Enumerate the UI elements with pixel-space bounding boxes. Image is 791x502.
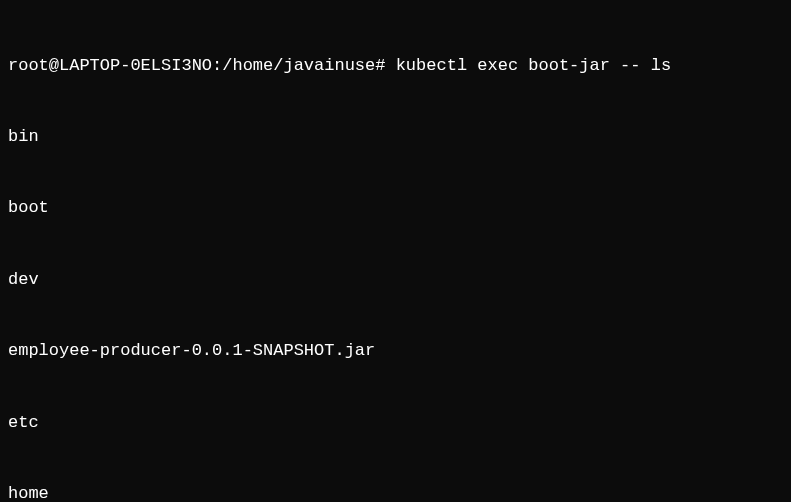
output-line: etc [8,411,783,435]
command-line: root@LAPTOP-0ELSI3NO:/home/javainuse# ku… [8,54,783,78]
shell-prompt: root@LAPTOP-0ELSI3NO:/home/javainuse# [8,56,396,75]
output-line: employee-producer-0.0.1-SNAPSHOT.jar [8,339,783,363]
output-line: home [8,482,783,502]
command-input: kubectl exec boot-jar -- ls [396,56,671,75]
output-line: bin [8,125,783,149]
terminal-window[interactable]: root@LAPTOP-0ELSI3NO:/home/javainuse# ku… [8,6,783,502]
output-line: boot [8,196,783,220]
output-line: dev [8,268,783,292]
